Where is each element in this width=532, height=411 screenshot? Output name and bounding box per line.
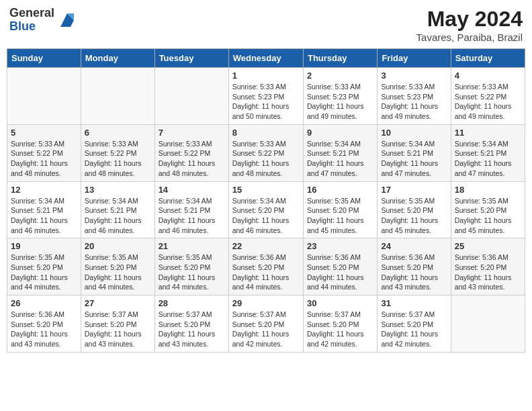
- day-number: 11: [455, 128, 521, 138]
- calendar-cell: [81, 68, 154, 125]
- day-info: Sunrise: 5:33 AM Sunset: 5:22 PM Dayligh…: [85, 139, 151, 179]
- day-info: Sunrise: 5:36 AM Sunset: 5:20 PM Dayligh…: [381, 253, 447, 292]
- weekday-header-wednesday: Wednesday: [228, 49, 303, 68]
- day-number: 18: [455, 185, 521, 195]
- day-number: 6: [85, 128, 151, 138]
- weekday-header-row: SundayMondayTuesdayWednesdayThursdayFrid…: [7, 49, 525, 68]
- day-number: 30: [307, 298, 373, 308]
- calendar-cell: 13Sunrise: 5:34 AM Sunset: 5:21 PM Dayli…: [81, 181, 154, 238]
- calendar-cell: [7, 68, 81, 125]
- calendar-cell: 12Sunrise: 5:34 AM Sunset: 5:21 PM Dayli…: [7, 181, 81, 238]
- logo-blue-text: Blue: [9, 20, 54, 34]
- day-info: Sunrise: 5:33 AM Sunset: 5:22 PM Dayligh…: [11, 139, 77, 179]
- day-number: 26: [11, 298, 77, 308]
- calendar-cell: 18Sunrise: 5:35 AM Sunset: 5:20 PM Dayli…: [451, 181, 525, 238]
- calendar-cell: 22Sunrise: 5:36 AM Sunset: 5:20 PM Dayli…: [228, 238, 303, 295]
- weekday-header-saturday: Saturday: [451, 49, 525, 68]
- logo-general-text: General: [9, 7, 54, 20]
- calendar-week-5: 26Sunrise: 5:36 AM Sunset: 5:20 PM Dayli…: [7, 295, 525, 353]
- day-number: 28: [159, 298, 225, 308]
- day-number: 25: [455, 241, 521, 251]
- calendar-cell: 29Sunrise: 5:37 AM Sunset: 5:20 PM Dayli…: [228, 295, 303, 353]
- calendar-title: May 2024: [416, 7, 523, 32]
- day-number: 23: [307, 241, 373, 251]
- calendar-cell: 23Sunrise: 5:36 AM Sunset: 5:20 PM Dayli…: [303, 238, 377, 295]
- day-info: Sunrise: 5:36 AM Sunset: 5:20 PM Dayligh…: [307, 253, 373, 292]
- weekday-header-sunday: Sunday: [7, 49, 81, 68]
- day-info: Sunrise: 5:37 AM Sunset: 5:20 PM Dayligh…: [85, 310, 151, 349]
- weekday-header-friday: Friday: [378, 49, 451, 68]
- logo-icon: [57, 10, 77, 30]
- weekday-header-tuesday: Tuesday: [154, 49, 228, 68]
- day-number: 5: [11, 128, 77, 138]
- day-info: Sunrise: 5:35 AM Sunset: 5:20 PM Dayligh…: [11, 253, 77, 292]
- day-info: Sunrise: 5:34 AM Sunset: 5:21 PM Dayligh…: [159, 196, 225, 236]
- day-info: Sunrise: 5:37 AM Sunset: 5:20 PM Dayligh…: [307, 310, 373, 349]
- day-info: Sunrise: 5:37 AM Sunset: 5:20 PM Dayligh…: [232, 310, 300, 349]
- day-info: Sunrise: 5:34 AM Sunset: 5:21 PM Dayligh…: [455, 139, 521, 179]
- calendar-cell: 5Sunrise: 5:33 AM Sunset: 5:22 PM Daylig…: [7, 124, 81, 181]
- calendar-cell: 9Sunrise: 5:34 AM Sunset: 5:21 PM Daylig…: [303, 124, 377, 181]
- day-number: 29: [232, 298, 300, 308]
- calendar-cell: 17Sunrise: 5:35 AM Sunset: 5:20 PM Dayli…: [378, 181, 451, 238]
- page-header: General Blue May 2024 Tavares, Paraiba, …: [7, 7, 525, 43]
- day-number: 17: [381, 185, 447, 195]
- calendar-cell: 14Sunrise: 5:34 AM Sunset: 5:21 PM Dayli…: [154, 181, 228, 238]
- day-info: Sunrise: 5:35 AM Sunset: 5:20 PM Dayligh…: [455, 196, 521, 236]
- day-number: 8: [232, 128, 300, 138]
- day-info: Sunrise: 5:36 AM Sunset: 5:20 PM Dayligh…: [11, 310, 77, 349]
- calendar-cell: 24Sunrise: 5:36 AM Sunset: 5:20 PM Dayli…: [378, 238, 451, 295]
- logo: General Blue: [9, 7, 77, 34]
- calendar-cell: 28Sunrise: 5:37 AM Sunset: 5:20 PM Dayli…: [154, 295, 228, 353]
- calendar-cell: 8Sunrise: 5:33 AM Sunset: 5:22 PM Daylig…: [228, 124, 303, 181]
- day-info: Sunrise: 5:34 AM Sunset: 5:20 PM Dayligh…: [232, 196, 300, 236]
- calendar-cell: 19Sunrise: 5:35 AM Sunset: 5:20 PM Dayli…: [7, 238, 81, 295]
- day-number: 21: [159, 241, 225, 251]
- day-number: 20: [85, 241, 151, 251]
- day-info: Sunrise: 5:37 AM Sunset: 5:20 PM Dayligh…: [159, 310, 225, 349]
- calendar-cell: 25Sunrise: 5:36 AM Sunset: 5:20 PM Dayli…: [451, 238, 525, 295]
- calendar-location: Tavares, Paraiba, Brazil: [416, 32, 523, 43]
- calendar-cell: 27Sunrise: 5:37 AM Sunset: 5:20 PM Dayli…: [81, 295, 154, 353]
- calendar-cell: 1Sunrise: 5:33 AM Sunset: 5:23 PM Daylig…: [228, 68, 303, 125]
- day-info: Sunrise: 5:35 AM Sunset: 5:20 PM Dayligh…: [381, 196, 447, 236]
- day-info: Sunrise: 5:33 AM Sunset: 5:23 PM Dayligh…: [232, 82, 300, 122]
- day-number: 31: [381, 298, 447, 308]
- calendar-cell: 21Sunrise: 5:35 AM Sunset: 5:20 PM Dayli…: [154, 238, 228, 295]
- calendar-cell: 20Sunrise: 5:35 AM Sunset: 5:20 PM Dayli…: [81, 238, 154, 295]
- title-block: May 2024 Tavares, Paraiba, Brazil: [416, 7, 523, 43]
- day-info: Sunrise: 5:33 AM Sunset: 5:22 PM Dayligh…: [232, 139, 300, 179]
- calendar-cell: 30Sunrise: 5:37 AM Sunset: 5:20 PM Dayli…: [303, 295, 377, 353]
- day-info: Sunrise: 5:35 AM Sunset: 5:20 PM Dayligh…: [85, 253, 151, 292]
- day-info: Sunrise: 5:35 AM Sunset: 5:20 PM Dayligh…: [307, 196, 373, 236]
- calendar-cell: 4Sunrise: 5:33 AM Sunset: 5:22 PM Daylig…: [451, 68, 525, 125]
- calendar-week-1: 1Sunrise: 5:33 AM Sunset: 5:23 PM Daylig…: [7, 68, 525, 125]
- day-number: 7: [159, 128, 225, 138]
- weekday-header-thursday: Thursday: [303, 49, 377, 68]
- day-info: Sunrise: 5:34 AM Sunset: 5:21 PM Dayligh…: [85, 196, 151, 236]
- day-number: 12: [11, 185, 77, 195]
- calendar-cell: 15Sunrise: 5:34 AM Sunset: 5:20 PM Dayli…: [228, 181, 303, 238]
- calendar-cell: 3Sunrise: 5:33 AM Sunset: 5:23 PM Daylig…: [378, 68, 451, 125]
- day-info: Sunrise: 5:33 AM Sunset: 5:23 PM Dayligh…: [307, 82, 373, 122]
- calendar-cell: 10Sunrise: 5:34 AM Sunset: 5:21 PM Dayli…: [378, 124, 451, 181]
- day-number: 13: [85, 185, 151, 195]
- calendar-week-2: 5Sunrise: 5:33 AM Sunset: 5:22 PM Daylig…: [7, 124, 525, 181]
- calendar-week-3: 12Sunrise: 5:34 AM Sunset: 5:21 PM Dayli…: [7, 181, 525, 238]
- day-number: 22: [232, 241, 300, 251]
- calendar-cell: 31Sunrise: 5:37 AM Sunset: 5:20 PM Dayli…: [378, 295, 451, 353]
- day-info: Sunrise: 5:34 AM Sunset: 5:21 PM Dayligh…: [307, 139, 373, 179]
- calendar-cell: 6Sunrise: 5:33 AM Sunset: 5:22 PM Daylig…: [81, 124, 154, 181]
- day-number: 10: [381, 128, 447, 138]
- day-number: 15: [232, 185, 300, 195]
- calendar-week-4: 19Sunrise: 5:35 AM Sunset: 5:20 PM Dayli…: [7, 238, 525, 295]
- day-info: Sunrise: 5:34 AM Sunset: 5:21 PM Dayligh…: [381, 139, 447, 179]
- day-info: Sunrise: 5:35 AM Sunset: 5:20 PM Dayligh…: [159, 253, 225, 292]
- day-number: 24: [381, 241, 447, 251]
- day-info: Sunrise: 5:34 AM Sunset: 5:21 PM Dayligh…: [11, 196, 77, 236]
- calendar-table: SundayMondayTuesdayWednesdayThursdayFrid…: [7, 48, 525, 353]
- day-number: 4: [455, 71, 521, 81]
- day-info: Sunrise: 5:36 AM Sunset: 5:20 PM Dayligh…: [232, 253, 300, 292]
- calendar-cell: 7Sunrise: 5:33 AM Sunset: 5:22 PM Daylig…: [154, 124, 228, 181]
- day-number: 19: [11, 241, 77, 251]
